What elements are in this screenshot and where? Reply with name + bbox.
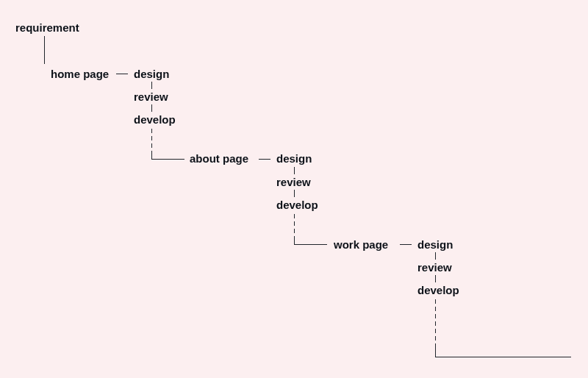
connector bbox=[294, 190, 295, 197]
page-label: home page bbox=[51, 68, 109, 80]
connector bbox=[259, 159, 270, 160]
connector-dashed bbox=[151, 129, 152, 133]
connector-dashed bbox=[435, 336, 436, 340]
connector bbox=[151, 82, 152, 89]
connector-dashed bbox=[435, 314, 436, 318]
connector bbox=[151, 151, 152, 159]
connector bbox=[294, 236, 295, 244]
connector bbox=[435, 275, 436, 282]
connector-dashed bbox=[435, 329, 436, 333]
connector-dashed bbox=[294, 221, 295, 226]
connector-dashed bbox=[435, 307, 436, 311]
step-label: design bbox=[417, 238, 453, 251]
connector bbox=[151, 159, 184, 160]
step-label: design bbox=[134, 68, 169, 80]
step-label: design bbox=[276, 152, 312, 165]
step-label: review bbox=[276, 176, 311, 188]
connector bbox=[151, 104, 152, 112]
connector-dashed bbox=[294, 229, 295, 233]
connector bbox=[435, 343, 436, 357]
step-label: develop bbox=[134, 113, 176, 126]
connector-dashed bbox=[435, 299, 436, 304]
connector-dashed bbox=[294, 214, 295, 218]
step-label: develop bbox=[276, 199, 318, 211]
step-label: develop bbox=[417, 284, 459, 296]
root-label: requirement bbox=[15, 21, 79, 34]
connector bbox=[435, 252, 436, 260]
connector bbox=[435, 357, 571, 357]
page-label: work page bbox=[334, 238, 388, 251]
connector-dashed bbox=[151, 136, 152, 140]
connector-dashed bbox=[435, 321, 436, 326]
connector bbox=[44, 36, 45, 64]
connector bbox=[400, 244, 412, 245]
page-label: about page bbox=[190, 152, 248, 165]
step-label: review bbox=[134, 90, 168, 103]
connector bbox=[294, 244, 327, 245]
connector bbox=[116, 74, 128, 74]
step-label: review bbox=[417, 261, 452, 274]
connector-dashed bbox=[151, 143, 152, 148]
connector bbox=[294, 167, 295, 174]
